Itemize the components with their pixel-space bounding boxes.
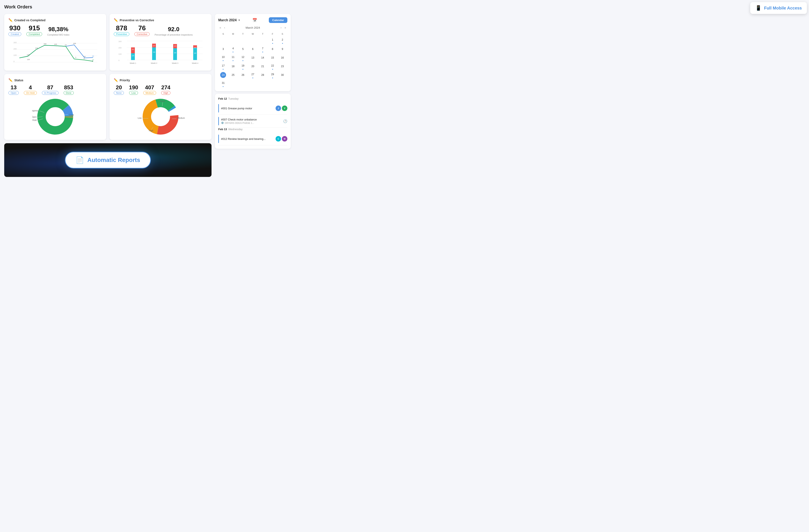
calendar-day-cell[interactable]: 28	[258, 71, 268, 79]
calendar-day[interactable]: 20	[250, 64, 256, 69]
calendar-day[interactable]: 26	[240, 72, 246, 78]
calendar-day-cell[interactable]: 15	[268, 53, 277, 62]
svg-text:Week 4: Week 4	[192, 62, 198, 64]
svg-text:125: 125	[132, 55, 134, 56]
calendar-day[interactable]: 13	[250, 55, 256, 61]
medium-badge: Medium	[143, 91, 156, 95]
calendar-day-cell[interactable]: 7	[258, 45, 268, 53]
calendar-day[interactable]: 1	[270, 37, 276, 43]
calendar-day-cell[interactable]: 27	[248, 71, 258, 79]
nav-next-button[interactable]: ›	[279, 25, 283, 30]
high-value: 274	[161, 85, 170, 90]
calendar-day[interactable]: 28	[260, 72, 266, 78]
calendar-day-cell[interactable]: 16	[277, 53, 287, 62]
month-selector-button[interactable]: March 2024 ▼	[218, 18, 240, 22]
calendar-day-cell[interactable]: 10	[218, 53, 228, 62]
calendar-day[interactable]: 15	[270, 55, 276, 61]
calendar-day-cell[interactable]: 9	[277, 45, 287, 53]
calendar-day[interactable]: 18	[230, 64, 236, 69]
calendar-day-cell[interactable]: 30	[277, 71, 287, 79]
calendar-day-cell[interactable]: 18	[228, 62, 238, 71]
calendar-day-cell[interactable]: 17	[218, 62, 228, 71]
event-title: #007 Check motor unbalance	[221, 118, 281, 121]
calendar-day-cell[interactable]: 8	[268, 45, 277, 53]
calendar-day-cell[interactable]: 14	[258, 53, 268, 62]
right-panel: March 2024 ▼ 📅 Calendar « ‹ March 2024 ›	[215, 14, 291, 149]
calendar-day[interactable]: 9	[279, 46, 286, 52]
event-item[interactable]: #007 Check motor unbalance⚙️ DRYERS DDGS…	[218, 115, 287, 128]
calendar-day[interactable]: 8	[270, 46, 276, 52]
calendar-day-cell[interactable]: 21	[258, 62, 268, 71]
calendar-day-cell[interactable]: 5	[238, 45, 248, 53]
on-hold-badge: On Hold	[24, 91, 37, 95]
calendar-day-cell[interactable]: 4	[228, 45, 238, 53]
stat-high: 274 High	[161, 85, 171, 95]
calendar-day-cell[interactable]: 23	[277, 62, 287, 71]
calendar-day[interactable]: 7	[260, 46, 266, 51]
percentage-value: 98,38%	[48, 26, 68, 33]
calendar-day[interactable]: 12	[240, 54, 246, 60]
svg-text:100: 100	[14, 54, 17, 56]
nav-prev-prev-button[interactable]: «	[218, 25, 222, 30]
event-item[interactable]: #001 Grease pump motorJV	[218, 102, 287, 115]
calendar-dot	[272, 77, 273, 78]
svg-text:120: 120	[27, 58, 30, 60]
nav-next-next-button[interactable]: »	[283, 25, 287, 30]
calendar-day[interactable]: 31	[220, 80, 226, 86]
bar-w4-preventive	[193, 48, 197, 60]
calendar-day[interactable]: 25	[230, 72, 236, 78]
calendar-view-button[interactable]: Calendar	[269, 17, 287, 23]
calendar-day[interactable]: 29	[270, 71, 276, 77]
calendar-icon-button[interactable]: 📅	[253, 18, 257, 22]
calendar-day[interactable]: 30	[279, 72, 286, 78]
nav-prev-button[interactable]: ‹	[223, 25, 226, 30]
calendar-day-cell[interactable]: 31	[218, 79, 228, 88]
calendar-day-cell[interactable]: 25	[228, 71, 238, 79]
nav-prev-group: « ‹	[218, 25, 226, 30]
svg-text:181: 181	[132, 49, 134, 50]
calendar-day[interactable]: 21	[260, 64, 266, 69]
calendar-grid-table: S M T W T F S 12345678910111213141516171…	[218, 32, 287, 88]
event-item[interactable]: #012 Review bearings and bearing...CM	[218, 132, 287, 145]
percentage-label: Completed WO Index	[47, 34, 69, 36]
calendar-day-cell[interactable]: 11	[228, 53, 238, 62]
calendar-day[interactable]: 19	[240, 63, 246, 69]
completed-badge: Completed	[26, 32, 42, 36]
calendar-day-cell[interactable]: 29	[268, 71, 277, 79]
calendar-day[interactable]: 27	[250, 71, 256, 77]
calendar-day[interactable]: 3	[220, 46, 226, 52]
cal-nav-title: March 2024	[246, 26, 260, 29]
automatic-reports-badge[interactable]: 📄 Automatic Reports	[65, 152, 151, 169]
calendar-day-cell[interactable]: 6	[248, 45, 258, 53]
calendar-day[interactable]: 22	[270, 63, 276, 69]
preventive-value: 878	[116, 25, 127, 31]
calendar-day-cell[interactable]: 13	[248, 53, 258, 62]
calendar-day[interactable]: 17	[220, 63, 226, 69]
calendar-day[interactable]: 2	[279, 37, 286, 43]
created-badge: Created	[8, 32, 21, 36]
stat-low: 190 Low	[129, 85, 138, 95]
calendar-day[interactable]: 11	[230, 54, 236, 60]
calendar-day-cell[interactable]: 22	[268, 62, 277, 71]
calendar-day-cell[interactable]: 24	[218, 71, 228, 79]
calendar-day[interactable]: 16	[279, 55, 286, 61]
calendar-day[interactable]: 6	[250, 46, 256, 52]
calendar-day-cell[interactable]: 1	[268, 36, 277, 45]
calendar-day-cell[interactable]: 12	[238, 53, 248, 62]
calendar-dot	[253, 77, 253, 78]
reports-text: Automatic Reports	[87, 157, 140, 163]
calendar-day[interactable]: 4	[230, 46, 236, 51]
calendar-day-cell[interactable]: 2	[277, 36, 287, 45]
calendar-day[interactable]: 23	[279, 64, 286, 69]
calendar-day[interactable]: 14	[260, 55, 266, 61]
calendar-day[interactable]: 5	[240, 46, 246, 52]
calendar-today[interactable]: 24	[220, 72, 226, 78]
calendar-day-cell[interactable]: 20	[248, 62, 258, 71]
calendar-day-cell[interactable]: 3	[218, 45, 228, 53]
calendar-day-cell	[277, 79, 287, 88]
calendar-day-cell[interactable]: 26	[238, 71, 248, 79]
calendar-day[interactable]: 10	[220, 54, 226, 60]
gear-icon: ⚙️	[221, 122, 224, 124]
calendar-day-cell	[218, 36, 228, 45]
calendar-day-cell[interactable]: 19	[238, 62, 248, 71]
